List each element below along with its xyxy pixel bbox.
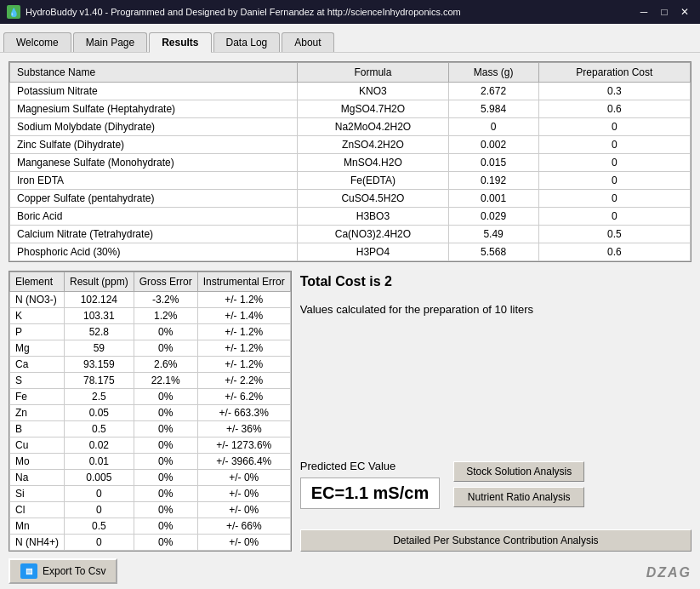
table-cell: +/- 0% xyxy=(197,486,290,502)
table-row: Fe2.50%+/- 6.2% xyxy=(10,389,291,405)
table-cell: Calcium Nitrate (Tetrahydrate) xyxy=(10,226,298,243)
table-cell: +/- 1.2% xyxy=(197,340,290,357)
minimize-button[interactable]: ─ xyxy=(635,5,652,19)
substance-table-wrap: Substance Name Formula Mass (g) Preparat… xyxy=(9,61,691,262)
table-row: Mn0.50%+/- 66% xyxy=(10,518,291,535)
total-cost: Total Cost is 2 xyxy=(300,271,691,293)
table-cell: Ca xyxy=(10,357,65,373)
table-cell: S xyxy=(10,373,65,389)
tab-main-page[interactable]: Main Page xyxy=(73,32,147,52)
tab-results[interactable]: Results xyxy=(149,32,211,53)
table-cell: +/- 0% xyxy=(197,535,290,551)
table-cell: N (NH4+) xyxy=(10,535,65,551)
table-cell: Phosphoric Acid (30%) xyxy=(10,243,298,261)
bottom-section: Element Result (ppm) Gross Error Instrum… xyxy=(9,271,691,552)
col-element: Element xyxy=(10,272,65,292)
table-cell: CuSO4.5H2O xyxy=(298,190,448,208)
table-cell: +/- 3966.4% xyxy=(197,454,290,470)
table-cell: 5.568 xyxy=(448,243,538,261)
table-cell: Manganese Sulfate (Monohydrate) xyxy=(10,154,298,172)
table-cell: Ca(NO3)2.4H2O xyxy=(298,226,448,243)
table-cell: 0% xyxy=(134,421,197,437)
table-row: N (NH4+)00%+/- 0% xyxy=(10,535,291,551)
table-cell: 0.6 xyxy=(538,100,690,118)
table-cell: -3.2% xyxy=(134,292,197,308)
export-csv-button[interactable]: ▤ Export To Csv xyxy=(9,558,117,584)
table-row: Zinc Sulfate (Dihydrate)ZnSO4.2H2O0.0020 xyxy=(10,136,691,154)
table-cell: 0% xyxy=(134,518,197,535)
table-cell: Zinc Sulfate (Dihydrate) xyxy=(10,136,298,154)
table-cell: +/- 0% xyxy=(197,470,290,486)
tab-welcome[interactable]: Welcome xyxy=(3,32,71,52)
table-row: Ca93.1592.6%+/- 1.2% xyxy=(10,357,291,373)
table-row: B0.50%+/- 36% xyxy=(10,421,291,437)
table-row: Na0.0050%+/- 0% xyxy=(10,470,291,486)
table-cell: 52.8 xyxy=(65,324,134,340)
element-table: Element Result (ppm) Gross Error Instrum… xyxy=(9,272,291,551)
table-row: Sodium Molybdate (Dihydrate)Na2MoO4.2H2O… xyxy=(10,118,691,136)
table-row: Magnesium Sulfate (Heptahydrate)MgSO4.7H… xyxy=(10,100,691,118)
table-cell: 0 xyxy=(538,190,690,208)
table-cell: +/- 1.2% xyxy=(197,292,290,308)
table-cell: 0.5 xyxy=(65,518,134,535)
logo: DZAG xyxy=(646,560,691,582)
close-button[interactable]: ✕ xyxy=(676,5,693,19)
title-bar: 💧 HydroBuddy v1.40 - Programmed and Desi… xyxy=(0,0,700,24)
detailed-analysis-button[interactable]: Detailed Per Substance Contribution Anal… xyxy=(300,529,691,552)
table-row: N (NO3-)102.124-3.2%+/- 1.2% xyxy=(10,292,291,308)
tab-data-log[interactable]: Data Log xyxy=(213,32,281,52)
table-cell: +/- 2.2% xyxy=(197,373,290,389)
table-cell: 0% xyxy=(134,324,197,340)
table-cell: 0 xyxy=(538,118,690,136)
ec-buttons: Stock Solution Analysis Nutrient Ratio A… xyxy=(453,461,584,507)
table-cell: 0% xyxy=(134,437,197,454)
table-cell: Mn xyxy=(10,518,65,535)
table-row: Si00%+/- 0% xyxy=(10,486,291,502)
table-cell: 0% xyxy=(134,340,197,357)
table-cell: 0.192 xyxy=(448,172,538,190)
substance-table: Substance Name Formula Mass (g) Preparat… xyxy=(9,62,691,261)
table-row: Zn0.050%+/- 663.3% xyxy=(10,405,291,421)
table-cell: H3PO4 xyxy=(298,243,448,261)
table-cell: 0.5 xyxy=(65,421,134,437)
col-mass: Mass (g) xyxy=(448,63,538,83)
stock-solution-button[interactable]: Stock Solution Analysis xyxy=(453,461,584,482)
table-cell: Fe(EDTA) xyxy=(298,172,448,190)
nav-bar: Welcome Main Page Results Data Log About xyxy=(0,24,700,53)
table-cell: 0 xyxy=(538,172,690,190)
col-formula: Formula xyxy=(298,63,448,83)
table-cell: 0 xyxy=(65,486,134,502)
table-cell: ZnSO4.2H2O xyxy=(298,136,448,154)
table-cell: +/- 1273.6% xyxy=(197,437,290,454)
table-cell: +/- 6.2% xyxy=(197,389,290,405)
table-cell: Cl xyxy=(10,502,65,518)
table-row: Copper Sulfate (pentahydrate)CuSO4.5H2O0… xyxy=(10,190,691,208)
detailed-btn-wrap: Detailed Per Substance Contribution Anal… xyxy=(300,529,691,552)
table-cell: 0% xyxy=(134,486,197,502)
table-cell: +/- 1.4% xyxy=(197,308,290,324)
nutrient-ratio-button[interactable]: Nutrient Ratio Analysis xyxy=(453,487,584,507)
table-cell: K xyxy=(10,308,65,324)
table-cell: Zn xyxy=(10,405,65,421)
table-row: Cl00%+/- 0% xyxy=(10,502,291,518)
table-row: Manganese Sulfate (Monohydrate)MnSO4.H2O… xyxy=(10,154,691,172)
ec-value: EC=1.1 mS/cm xyxy=(300,477,440,509)
table-cell: MgSO4.7H2O xyxy=(298,100,448,118)
table-row: Mg590%+/- 1.2% xyxy=(10,340,291,357)
table-cell: 0.05 xyxy=(65,405,134,421)
table-cell: 5.49 xyxy=(448,226,538,243)
table-cell: +/- 66% xyxy=(197,518,290,535)
maximize-button[interactable]: □ xyxy=(656,5,673,19)
table-cell: Fe xyxy=(10,389,65,405)
right-panel: Total Cost is 2 Values calculated for th… xyxy=(300,271,691,552)
table-cell: 0 xyxy=(448,118,538,136)
table-row: P52.80%+/- 1.2% xyxy=(10,324,291,340)
tab-about[interactable]: About xyxy=(282,32,333,52)
values-text: Values calculated for the preparation of… xyxy=(300,300,691,319)
table-row: K103.311.2%+/- 1.4% xyxy=(10,308,291,324)
table-cell: 2.5 xyxy=(65,389,134,405)
table-cell: 0 xyxy=(538,208,690,226)
predicted-ec-label: Predicted EC Value xyxy=(300,460,440,472)
col-prep-cost: Preparation Cost xyxy=(538,63,690,83)
table-cell: 0% xyxy=(134,454,197,470)
